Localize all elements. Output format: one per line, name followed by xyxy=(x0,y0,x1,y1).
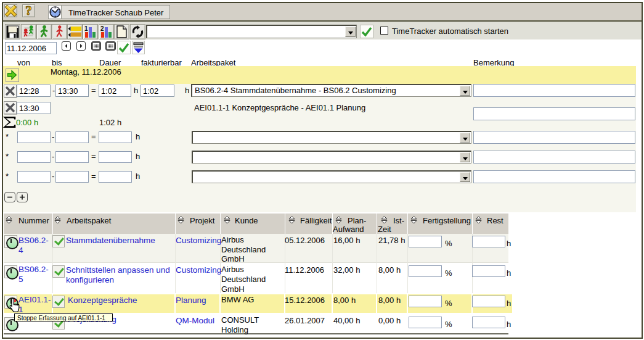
svg-text:1: 1 xyxy=(84,25,88,32)
svg-text:2: 2 xyxy=(100,25,104,32)
svg-text:?: ? xyxy=(25,5,32,17)
